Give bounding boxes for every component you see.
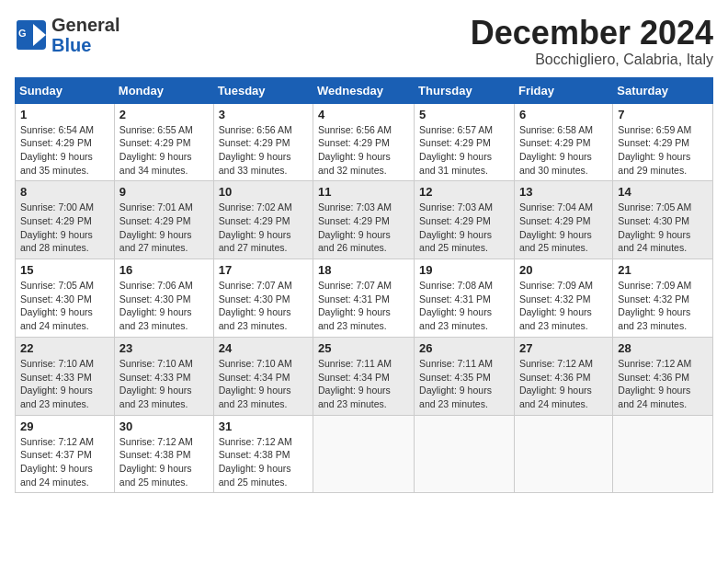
calendar-cell: 12Sunrise: 7:03 AMSunset: 4:29 PMDayligh…: [415, 181, 515, 259]
day-number: 16: [119, 263, 209, 277]
calendar-cell: 14Sunrise: 7:05 AMSunset: 4:30 PMDayligh…: [613, 181, 713, 259]
col-wednesday: Wednesday: [313, 77, 415, 103]
title-area: December 2024 Bocchigliero, Calabria, It…: [471, 15, 713, 68]
day-number: 14: [618, 185, 708, 199]
calendar-cell: 20Sunrise: 7:09 AMSunset: 4:32 PMDayligh…: [514, 259, 612, 338]
col-saturday: Saturday: [613, 77, 713, 103]
day-number: 28: [618, 341, 708, 355]
calendar-cell: 30Sunrise: 7:12 AMSunset: 4:38 PMDayligh…: [114, 415, 213, 493]
day-info: Sunrise: 7:06 AMSunset: 4:30 PMDaylight:…: [119, 279, 209, 333]
calendar-cell: 29Sunrise: 7:12 AMSunset: 4:37 PMDayligh…: [16, 415, 115, 493]
calendar-cell: 13Sunrise: 7:04 AMSunset: 4:29 PMDayligh…: [514, 181, 612, 259]
calendar-cell: [415, 415, 515, 493]
header: G General Blue December 2024 Bocchiglier…: [15, 15, 713, 68]
day-number: 6: [519, 108, 608, 121]
calendar-cell: [613, 415, 713, 493]
day-info: Sunrise: 7:12 AMSunset: 4:36 PMDaylight:…: [519, 357, 608, 411]
day-info: Sunrise: 7:02 AMSunset: 4:29 PMDaylight:…: [219, 201, 308, 255]
calendar-cell: 25Sunrise: 7:11 AMSunset: 4:34 PMDayligh…: [313, 337, 415, 415]
day-info: Sunrise: 7:07 AMSunset: 4:31 PMDaylight:…: [318, 279, 409, 333]
day-info: Sunrise: 6:56 AMSunset: 4:29 PMDaylight:…: [318, 123, 409, 178]
col-thursday: Thursday: [415, 77, 515, 103]
calendar-row-3: 15Sunrise: 7:05 AMSunset: 4:30 PMDayligh…: [16, 259, 713, 338]
day-info: Sunrise: 7:12 AMSunset: 4:38 PMDaylight:…: [219, 435, 308, 489]
calendar-cell: [514, 415, 612, 493]
calendar-cell: 2Sunrise: 6:55 AMSunset: 4:29 PMDaylight…: [114, 103, 213, 181]
calendar-cell: 7Sunrise: 6:59 AMSunset: 4:29 PMDaylight…: [613, 103, 713, 181]
calendar-cell: 23Sunrise: 7:10 AMSunset: 4:33 PMDayligh…: [114, 337, 213, 415]
day-info: Sunrise: 7:01 AMSunset: 4:29 PMDaylight:…: [119, 201, 209, 255]
day-number: 20: [519, 263, 608, 277]
day-number: 15: [20, 263, 109, 277]
calendar-cell: 9Sunrise: 7:01 AMSunset: 4:29 PMDaylight…: [114, 181, 213, 259]
calendar: Sunday Monday Tuesday Wednesday Thursday…: [15, 77, 713, 494]
calendar-cell: 6Sunrise: 6:58 AMSunset: 4:29 PMDaylight…: [514, 103, 612, 181]
calendar-cell: 19Sunrise: 7:08 AMSunset: 4:31 PMDayligh…: [415, 259, 515, 338]
calendar-row-5: 29Sunrise: 7:12 AMSunset: 4:37 PMDayligh…: [16, 415, 713, 493]
day-info: Sunrise: 7:09 AMSunset: 4:32 PMDaylight:…: [618, 279, 708, 333]
day-info: Sunrise: 7:10 AMSunset: 4:33 PMDaylight:…: [20, 357, 109, 411]
calendar-cell: 4Sunrise: 6:56 AMSunset: 4:29 PMDaylight…: [313, 103, 415, 181]
day-number: 21: [618, 263, 708, 277]
day-info: Sunrise: 7:12 AMSunset: 4:37 PMDaylight:…: [20, 435, 109, 489]
day-number: 31: [219, 419, 308, 433]
logo-general: General: [51, 15, 119, 35]
day-info: Sunrise: 7:10 AMSunset: 4:33 PMDaylight:…: [119, 357, 209, 411]
day-number: 12: [419, 185, 509, 199]
calendar-cell: 26Sunrise: 7:11 AMSunset: 4:35 PMDayligh…: [415, 337, 515, 415]
calendar-cell: 8Sunrise: 7:00 AMSunset: 4:29 PMDaylight…: [16, 181, 115, 259]
day-number: 3: [219, 108, 308, 121]
col-friday: Friday: [514, 77, 612, 103]
day-info: Sunrise: 7:07 AMSunset: 4:30 PMDaylight:…: [219, 279, 308, 333]
day-info: Sunrise: 7:11 AMSunset: 4:34 PMDaylight:…: [318, 357, 409, 411]
calendar-cell: 21Sunrise: 7:09 AMSunset: 4:32 PMDayligh…: [613, 259, 713, 338]
day-number: 25: [318, 341, 409, 355]
calendar-cell: 28Sunrise: 7:12 AMSunset: 4:36 PMDayligh…: [613, 337, 713, 415]
calendar-cell: 22Sunrise: 7:10 AMSunset: 4:33 PMDayligh…: [16, 337, 115, 415]
day-number: 29: [20, 419, 109, 433]
day-number: 22: [20, 341, 109, 355]
day-number: 18: [318, 263, 409, 277]
calendar-cell: 17Sunrise: 7:07 AMSunset: 4:30 PMDayligh…: [213, 259, 313, 338]
day-info: Sunrise: 6:59 AMSunset: 4:29 PMDaylight:…: [618, 123, 708, 178]
day-info: Sunrise: 7:00 AMSunset: 4:29 PMDaylight:…: [20, 201, 109, 255]
day-number: 11: [318, 185, 409, 199]
day-info: Sunrise: 7:11 AMSunset: 4:35 PMDaylight:…: [419, 357, 509, 411]
day-number: 10: [219, 185, 308, 199]
day-info: Sunrise: 7:05 AMSunset: 4:30 PMDaylight:…: [20, 279, 109, 333]
day-number: 24: [219, 341, 308, 355]
day-number: 1: [20, 108, 109, 121]
calendar-cell: 3Sunrise: 6:56 AMSunset: 4:29 PMDaylight…: [213, 103, 313, 181]
day-info: Sunrise: 6:56 AMSunset: 4:29 PMDaylight:…: [219, 123, 308, 178]
day-number: 13: [519, 185, 608, 199]
calendar-cell: [313, 415, 415, 493]
day-info: Sunrise: 7:12 AMSunset: 4:38 PMDaylight:…: [119, 435, 209, 489]
day-number: 17: [219, 263, 308, 277]
calendar-cell: 27Sunrise: 7:12 AMSunset: 4:36 PMDayligh…: [514, 337, 612, 415]
logo-blue: Blue: [51, 35, 91, 55]
day-number: 2: [119, 108, 209, 121]
day-info: Sunrise: 6:55 AMSunset: 4:29 PMDaylight:…: [119, 123, 209, 178]
svg-text:G: G: [18, 28, 27, 39]
day-number: 30: [119, 419, 209, 433]
day-info: Sunrise: 6:57 AMSunset: 4:29 PMDaylight:…: [419, 123, 509, 178]
day-number: 23: [119, 341, 209, 355]
calendar-cell: 11Sunrise: 7:03 AMSunset: 4:29 PMDayligh…: [313, 181, 415, 259]
calendar-cell: 1Sunrise: 6:54 AMSunset: 4:29 PMDaylight…: [16, 103, 115, 181]
location-title: Bocchigliero, Calabria, Italy: [471, 52, 713, 68]
day-number: 9: [119, 185, 209, 199]
calendar-row-4: 22Sunrise: 7:10 AMSunset: 4:33 PMDayligh…: [16, 337, 713, 415]
day-number: 4: [318, 108, 409, 121]
day-info: Sunrise: 6:58 AMSunset: 4:29 PMDaylight:…: [519, 123, 608, 178]
month-title: December 2024: [471, 15, 713, 52]
calendar-cell: 31Sunrise: 7:12 AMSunset: 4:38 PMDayligh…: [213, 415, 313, 493]
day-number: 8: [20, 185, 109, 199]
logo: G General Blue: [15, 15, 119, 55]
calendar-cell: 24Sunrise: 7:10 AMSunset: 4:34 PMDayligh…: [213, 337, 313, 415]
day-info: Sunrise: 7:10 AMSunset: 4:34 PMDaylight:…: [219, 357, 308, 411]
calendar-cell: 10Sunrise: 7:02 AMSunset: 4:29 PMDayligh…: [213, 181, 313, 259]
day-info: Sunrise: 7:09 AMSunset: 4:32 PMDaylight:…: [519, 279, 608, 333]
day-number: 27: [519, 341, 608, 355]
day-number: 19: [419, 263, 509, 277]
calendar-header-row: Sunday Monday Tuesday Wednesday Thursday…: [16, 77, 713, 103]
